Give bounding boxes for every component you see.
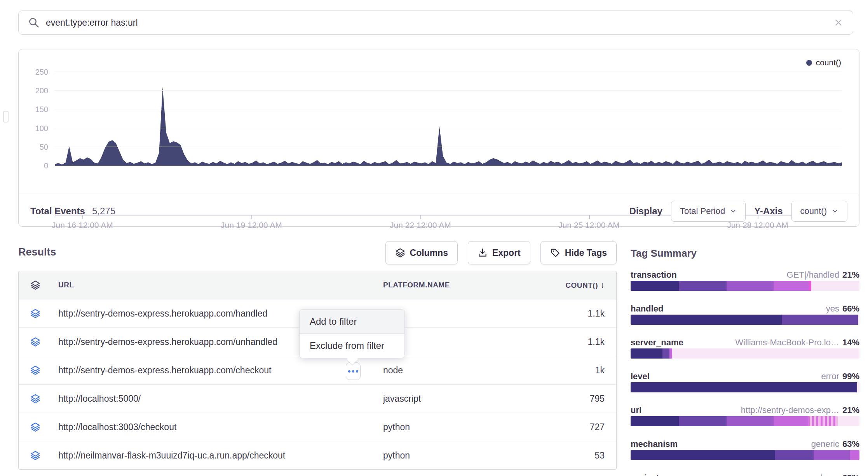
- results-actions: ColumnsExportHide Tags: [18, 241, 617, 264]
- x-tick-label: Jun 16 12:00 AM: [52, 220, 113, 230]
- layers-icon: [30, 394, 40, 404]
- sidebar-collapse-handle[interactable]: [3, 111, 9, 122]
- tag-percent: 63%: [842, 473, 859, 476]
- layers-icon: [30, 365, 40, 375]
- layers-icon: [30, 308, 40, 318]
- export-button[interactable]: Export: [468, 241, 530, 264]
- tag-distribution-bar[interactable]: [631, 281, 859, 291]
- count-cell: 53: [554, 450, 605, 461]
- column-header-count[interactable]: COUNT()↓: [554, 280, 605, 290]
- tag-distribution-bar[interactable]: [631, 348, 859, 359]
- display-dropdown[interactable]: Total Period: [671, 201, 746, 222]
- tag-block-project: projectexpress-demo63%: [631, 473, 859, 476]
- x-tick: [251, 215, 252, 219]
- add-to-filter-menu-item[interactable]: Add to filter: [300, 310, 404, 334]
- gridline: [55, 72, 842, 72]
- table-row[interactable]: http://neilmanvar-flask-m3uuizd7iq-uc.a.…: [19, 441, 616, 469]
- yaxis-label: Y-Axis: [754, 206, 783, 217]
- column-header-platform[interactable]: PLATFORM.NAME: [383, 281, 554, 289]
- x-tick-label: Jun 22 12:00 AM: [390, 220, 451, 230]
- results-table: URLPLATFORM.NAMECOUNT()↓http://sentry-de…: [18, 271, 617, 470]
- url-cell[interactable]: http://sentry-demos-express.herokuapp.co…: [58, 365, 383, 376]
- yaxis-dropdown[interactable]: count(): [791, 201, 847, 222]
- platform-cell: javascript: [383, 394, 554, 404]
- tag-percent: 63%: [842, 439, 859, 449]
- tag-summary-panel: Tag Summary transactionGET|/handled21%ha…: [631, 247, 859, 259]
- tag-block-server_name: server_nameWilliams-MacBook-Pro.lo…14%: [631, 338, 859, 348]
- table-row[interactable]: http://localhost:3003/checkoutpython727: [19, 413, 616, 441]
- count-cell: 727: [554, 422, 605, 432]
- layers-icon: [30, 280, 40, 290]
- x-tick: [82, 215, 83, 219]
- layers-icon: [395, 248, 405, 258]
- x-tick: [589, 215, 590, 219]
- layers-icon: [30, 450, 40, 460]
- table-row[interactable]: http://sentry-demos-express.herokuapp.co…: [19, 356, 616, 384]
- y-tick-label: 200: [21, 86, 48, 95]
- x-tick: [420, 215, 421, 219]
- tag-distribution-bar[interactable]: [631, 382, 859, 392]
- url-cell[interactable]: http://localhost:3003/checkout: [58, 422, 383, 432]
- tag-top-value: GET|/handled: [787, 270, 839, 280]
- layers-icon: [30, 422, 40, 432]
- tag-percent: 21%: [842, 405, 859, 415]
- url-cell[interactable]: http://localhost:5000/: [58, 394, 383, 404]
- cell-actions-button[interactable]: [346, 362, 361, 380]
- tag-percent: 66%: [842, 304, 859, 313]
- events-area-chart: 050100150200250: [55, 59, 842, 166]
- gridline: [55, 147, 842, 147]
- layers-icon: [30, 337, 40, 347]
- yaxis-dropdown-value: count(): [800, 206, 827, 216]
- tag-distribution-bar[interactable]: [631, 416, 859, 426]
- button-label: Export: [492, 248, 521, 258]
- search-icon: [28, 17, 40, 28]
- tag-percent: 21%: [842, 270, 859, 280]
- tag-top-value: generic: [811, 439, 839, 449]
- tag-name: server_name: [631, 338, 683, 348]
- tag-name: project: [631, 473, 659, 476]
- y-tick-label: 250: [21, 67, 48, 76]
- tag-top-value: yes: [826, 304, 839, 313]
- hide-tags-button[interactable]: Hide Tags: [540, 241, 617, 264]
- column-header-url[interactable]: URL: [58, 281, 383, 289]
- tag-block-handled: handledyes66%: [631, 304, 859, 314]
- platform-cell: node: [383, 365, 554, 376]
- y-tick-label: 100: [21, 124, 48, 133]
- clear-search-icon[interactable]: [833, 18, 844, 28]
- download-icon: [478, 248, 488, 258]
- tag-block-level: levelerror99%: [631, 371, 859, 382]
- tag-name: transaction: [631, 270, 677, 280]
- search-bar[interactable]: event.type:error has:url: [18, 10, 853, 35]
- total-events-value: 5,275: [92, 206, 115, 217]
- tag-percent: 14%: [842, 338, 859, 347]
- url-cell[interactable]: http://neilmanvar-flask-m3uuizd7iq-uc.a.…: [58, 450, 383, 461]
- tag-distribution-bar[interactable]: [631, 315, 859, 325]
- tag-block-transaction: transactionGET|/handled21%: [631, 270, 859, 280]
- table-row[interactable]: http://localhost:5000/javascript795: [19, 384, 616, 413]
- search-input[interactable]: event.type:error has:url: [46, 18, 833, 28]
- chevron-down-icon: [831, 208, 838, 215]
- total-events-label: Total Events: [30, 206, 85, 217]
- gridline: [55, 128, 842, 128]
- tag-name: handled: [631, 304, 663, 314]
- x-tick: [758, 215, 758, 219]
- tag-name: mechanism: [631, 439, 678, 449]
- y-tick-label: 150: [21, 105, 48, 114]
- platform-cell: python: [383, 450, 554, 461]
- display-label: Display: [629, 206, 662, 217]
- gridline: [55, 90, 842, 91]
- tag-block-url: urlhttp://sentry-demos-exp…21%: [631, 405, 859, 415]
- chevron-down-icon: [730, 208, 737, 215]
- columns-button[interactable]: Columns: [385, 241, 458, 264]
- sort-desc-icon: ↓: [600, 280, 605, 289]
- tag-top-value: express-demo: [785, 473, 839, 476]
- tag-top-value: error: [821, 371, 839, 381]
- tag-percent: 99%: [842, 371, 859, 381]
- tag-top-value: http://sentry-demos-exp…: [741, 405, 839, 415]
- button-label: Hide Tags: [565, 248, 607, 258]
- tag-distribution-bar[interactable]: [631, 450, 859, 460]
- count-cell: 1.1k: [554, 337, 605, 347]
- tag-summary-title: Tag Summary: [631, 247, 859, 259]
- x-tick-label: Jun 19 12:00 AM: [221, 220, 282, 230]
- tag-block-mechanism: mechanismgeneric63%: [631, 439, 859, 449]
